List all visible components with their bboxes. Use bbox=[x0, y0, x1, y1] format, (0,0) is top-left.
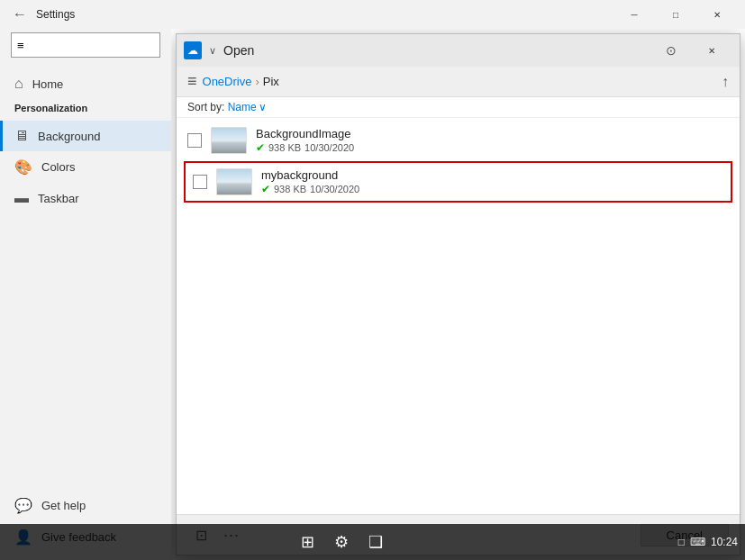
sidebar: ≡ ⌂ Home Personalization 🖥 Background 🎨 … bbox=[0, 29, 171, 560]
colors-icon: 🎨 bbox=[14, 158, 32, 176]
breadcrumb-up-button[interactable]: ↑ bbox=[722, 74, 729, 90]
file-name: BackgroundImage bbox=[256, 127, 729, 140]
sidebar-section-title: Personalization bbox=[0, 99, 171, 121]
file-explorer-icon: ❑ bbox=[368, 532, 383, 552]
dialog-breadcrumb: ≡ OneDrive › Pix ↑ bbox=[177, 67, 740, 97]
file-thumbnail bbox=[211, 127, 247, 154]
taskbar-icon: ▬ bbox=[14, 190, 29, 206]
onedrive-icon: ☁ bbox=[187, 44, 198, 57]
system-tray-icons: □ ⌨ bbox=[677, 534, 707, 550]
file-name: mybackground bbox=[261, 168, 723, 182]
sidebar-item-colors[interactable]: 🎨 Colors bbox=[0, 151, 171, 183]
dialog-title-bar: ☁ ∨ Open ⊙ ✕ bbox=[177, 34, 740, 67]
taskbar-center: ⊞ ⚙ ❑ bbox=[293, 528, 390, 556]
file-checkbox[interactable] bbox=[193, 175, 207, 189]
taskbar-time-value: 10:24 bbox=[711, 535, 738, 550]
dialog-app-icon: ☁ bbox=[184, 41, 202, 59]
file-item-selected[interactable]: mybackground ✔ 938 KB 10/30/2020 bbox=[184, 161, 732, 203]
file-info: BackgroundImage ✔ 938 KB 10/30/2020 bbox=[256, 127, 729, 154]
file-date: 10/30/2020 bbox=[310, 184, 359, 194]
sidebar-item-get-help[interactable]: 💬 Get help bbox=[0, 490, 171, 521]
dialog-camera-button[interactable]: ⊙ bbox=[659, 38, 684, 63]
thumbnail-image bbox=[217, 169, 251, 194]
home-icon: ⌂ bbox=[14, 76, 23, 92]
file-checkbox[interactable] bbox=[187, 133, 202, 148]
window-title: Settings bbox=[36, 8, 75, 21]
main-content: ≡ ⌂ Home Personalization 🖥 Background 🎨 … bbox=[0, 29, 745, 560]
file-item[interactable]: BackgroundImage ✔ 938 KB 10/30/2020 bbox=[177, 122, 740, 159]
breadcrumb-onedrive[interactable]: OneDrive bbox=[203, 75, 252, 88]
open-dialog: ☁ ∨ Open ⊙ ✕ ≡ OneDrive bbox=[176, 33, 740, 555]
background-icon: 🖥 bbox=[14, 128, 29, 144]
sort-bar: Sort by: Name ∨ bbox=[177, 97, 740, 118]
dialog-title: Open bbox=[223, 43, 651, 58]
tray-icon-1: □ bbox=[677, 534, 686, 550]
content-area: ☁ ∨ Open ⊙ ✕ ≡ OneDrive bbox=[171, 29, 745, 560]
settings-taskbar-button[interactable]: ⚙ bbox=[327, 528, 356, 556]
back-button[interactable]: ← bbox=[7, 2, 32, 27]
get-help-icon: 💬 bbox=[14, 497, 32, 514]
minimize-button[interactable]: ─ bbox=[613, 0, 655, 29]
settings-icon: ⚙ bbox=[334, 532, 349, 552]
maximize-button[interactable]: □ bbox=[655, 0, 696, 29]
search-box[interactable]: ≡ bbox=[11, 32, 160, 58]
file-meta: ✔ 938 KB 10/30/2020 bbox=[256, 141, 729, 154]
taskbar-right: □ ⌨ 10:24 bbox=[677, 534, 738, 550]
dialog-title-arrow: ∨ bbox=[209, 45, 216, 57]
sidebar-item-home[interactable]: ⌂ Home bbox=[0, 68, 171, 99]
dialog-close-button[interactable]: ✕ bbox=[691, 34, 732, 67]
dialog-title-actions: ⊙ bbox=[659, 38, 684, 63]
breadcrumb-path: OneDrive › Pix bbox=[203, 75, 716, 88]
sidebar-item-label: Home bbox=[32, 77, 64, 91]
camera-icon: ⊙ bbox=[666, 43, 677, 58]
start-button[interactable]: ⊞ bbox=[293, 528, 322, 556]
file-date: 10/30/2020 bbox=[304, 142, 354, 153]
file-size: 938 KB bbox=[268, 142, 301, 153]
search-icon: ≡ bbox=[17, 39, 24, 52]
sidebar-item-label: Background bbox=[38, 130, 100, 143]
close-button[interactable]: ✕ bbox=[696, 0, 738, 29]
sort-dropdown[interactable]: Name ∨ bbox=[228, 101, 267, 113]
sidebar-item-label: Taskbar bbox=[38, 192, 79, 205]
file-explorer-taskbar-button[interactable]: ❑ bbox=[361, 528, 390, 556]
file-info: mybackground ✔ 938 KB 10/30/2020 bbox=[261, 168, 723, 195]
tray-icon-2: ⌨ bbox=[688, 534, 707, 550]
breadcrumb-separator: › bbox=[255, 75, 259, 88]
thumbnail-image bbox=[212, 128, 246, 153]
file-list: BackgroundImage ✔ 938 KB 10/30/2020 bbox=[177, 118, 740, 514]
breadcrumb-menu-button[interactable]: ≡ bbox=[187, 72, 197, 91]
file-meta: ✔ 938 KB 10/30/2020 bbox=[261, 183, 723, 195]
breadcrumb-pix[interactable]: Pix bbox=[263, 75, 279, 88]
title-bar: ← Settings ─ □ ✕ bbox=[0, 0, 745, 29]
sidebar-item-label: Colors bbox=[41, 160, 76, 174]
sort-value: Name bbox=[228, 101, 257, 113]
sort-by-label: Sort by: bbox=[187, 101, 224, 113]
file-status-icon: ✔ bbox=[261, 183, 270, 195]
taskbar-clock: 10:24 bbox=[711, 535, 738, 550]
sidebar-item-taskbar[interactable]: ▬ Taskbar bbox=[0, 183, 171, 213]
start-icon: ⊞ bbox=[301, 532, 314, 552]
taskbar: ⊞ ⚙ ❑ □ ⌨ 10:24 bbox=[0, 524, 745, 560]
file-status-icon: ✔ bbox=[256, 141, 265, 154]
file-thumbnail bbox=[216, 168, 252, 195]
sidebar-item-background[interactable]: 🖥 Background bbox=[0, 121, 171, 151]
file-size: 938 KB bbox=[274, 184, 306, 194]
sidebar-item-label: Get help bbox=[41, 499, 86, 512]
window-controls: ─ □ ✕ bbox=[613, 0, 738, 29]
sort-arrow-icon: ∨ bbox=[259, 101, 267, 113]
settings-window: ← Settings ─ □ ✕ ≡ ⌂ Home Personalizatio… bbox=[0, 0, 745, 560]
